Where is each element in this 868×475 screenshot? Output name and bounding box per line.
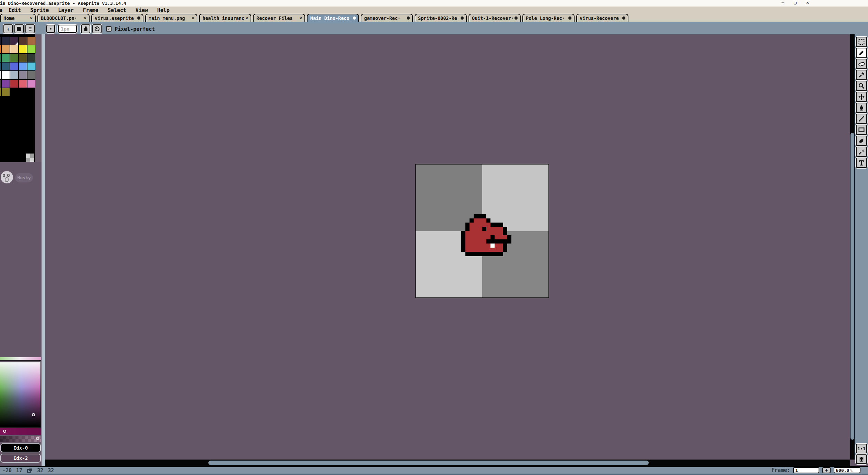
pencil-tool-button[interactable] bbox=[856, 48, 867, 58]
rectangle-tool-button[interactable] bbox=[856, 125, 867, 135]
saturation-value-picker[interactable] bbox=[0, 362, 41, 428]
palette-swatch[interactable] bbox=[0, 71, 1, 79]
menu-item-select[interactable]: Select bbox=[108, 7, 126, 13]
horizontal-scrollbar-thumb[interactable] bbox=[208, 461, 649, 465]
pixel-perfect-checkbox[interactable]: ✓ bbox=[106, 26, 112, 32]
tab-sprite-0002-recovered[interactable]: Sprite-0002-Re bbox=[415, 14, 467, 22]
husky-extension-icon[interactable] bbox=[1, 171, 13, 183]
tab-close-icon[interactable]: × bbox=[245, 15, 248, 21]
add-frame-button[interactable]: + bbox=[822, 467, 831, 473]
palette-swatch[interactable] bbox=[2, 54, 10, 62]
palette-scrollbar[interactable] bbox=[35, 34, 42, 162]
tab-health-insurance[interactable]: health insuranc× bbox=[199, 14, 251, 22]
tab-close-icon[interactable]: × bbox=[30, 15, 33, 21]
restore-button[interactable]: ▢ bbox=[790, 0, 800, 6]
palette-swatch[interactable] bbox=[10, 63, 18, 70]
hue-slider-marker[interactable] bbox=[3, 430, 6, 433]
tab-close-icon[interactable]: × bbox=[84, 15, 86, 21]
brush-size-input[interactable]: 1px bbox=[58, 25, 77, 33]
palette-swatch[interactable] bbox=[2, 45, 10, 53]
palette-swatch[interactable] bbox=[19, 45, 27, 53]
horizontal-scrollbar[interactable] bbox=[45, 460, 850, 466]
transparent-color-swatch[interactable] bbox=[26, 154, 34, 162]
palette-swatch[interactable] bbox=[27, 80, 35, 88]
tab-bloodclot-png[interactable]: BLOODCLOT.pn·× bbox=[37, 14, 90, 22]
zoom-tool-button[interactable] bbox=[856, 81, 867, 91]
palette-swatch[interactable] bbox=[27, 45, 35, 53]
palette-swatch[interactable] bbox=[19, 63, 27, 70]
palette-swatch[interactable] bbox=[0, 45, 1, 53]
sv-picker-marker[interactable] bbox=[32, 413, 35, 416]
palette-swatch[interactable] bbox=[2, 63, 10, 70]
vertical-scrollbar[interactable] bbox=[850, 34, 855, 460]
ink-button[interactable] bbox=[81, 24, 90, 33]
tab-home[interactable]: Home× bbox=[0, 14, 36, 22]
tab-quit-1-recovered[interactable]: Quit-1-Recover· bbox=[468, 14, 521, 22]
dynamics-button[interactable] bbox=[92, 24, 102, 33]
palette-swatch[interactable] bbox=[0, 80, 1, 88]
menu-item-sprite[interactable]: Sprite bbox=[30, 7, 49, 13]
palette-menu-button[interactable]: ≡ bbox=[25, 24, 35, 33]
timeline-toggle-button[interactable] bbox=[856, 454, 867, 464]
tab-pole-long-recovered[interactable]: Pole Long-Rec· bbox=[522, 14, 575, 22]
vertical-scrollbar-thumb[interactable] bbox=[850, 133, 854, 440]
tab-close-icon[interactable]: × bbox=[192, 15, 194, 21]
minimize-button[interactable]: – bbox=[778, 0, 788, 6]
tab-gameover-recovered[interactable]: gameover-Rec· bbox=[361, 14, 413, 22]
palette-swatch[interactable] bbox=[19, 71, 27, 79]
palette-swatch[interactable] bbox=[27, 37, 35, 45]
palette-swatch[interactable] bbox=[19, 37, 27, 45]
hue-slider[interactable] bbox=[0, 428, 41, 435]
zoom-level-input[interactable]: 600.0 % bbox=[834, 467, 860, 473]
tab-close-icon[interactable]: × bbox=[299, 15, 302, 21]
menu-item-help[interactable]: Help bbox=[157, 7, 170, 13]
spectrum-strip[interactable] bbox=[0, 357, 41, 361]
menu-item-layer[interactable]: Layer bbox=[58, 7, 73, 13]
panel-splitter[interactable] bbox=[42, 34, 45, 466]
palette-swatch[interactable] bbox=[0, 88, 1, 96]
close-button[interactable]: ✕ bbox=[802, 0, 813, 6]
sprite-canvas[interactable] bbox=[415, 164, 549, 298]
paint-bucket-tool-button[interactable] bbox=[856, 103, 867, 113]
foreground-color-button[interactable]: Idx-0 bbox=[0, 443, 41, 452]
alpha-slider-marker[interactable] bbox=[36, 437, 39, 440]
husky-badge[interactable]: Husky bbox=[15, 173, 33, 182]
alpha-slider[interactable] bbox=[0, 436, 41, 442]
palette-swatch[interactable] bbox=[19, 80, 27, 88]
tab-main-dino-recovered[interactable]: Main Dino-Reco bbox=[307, 14, 359, 22]
palette-swatch[interactable] bbox=[10, 80, 18, 88]
palette-swatch[interactable] bbox=[2, 80, 10, 88]
menu-item-file[interactable]: e bbox=[0, 7, 2, 13]
line-tool-button[interactable] bbox=[856, 114, 867, 124]
move-tool-button[interactable] bbox=[856, 92, 867, 102]
palette-swatch[interactable] bbox=[19, 54, 27, 62]
menu-item-view[interactable]: View bbox=[136, 7, 148, 13]
rectangular-marquee-tool-button[interactable] bbox=[856, 37, 867, 47]
palette-swatch[interactable] bbox=[0, 54, 1, 62]
palette-sort-button[interactable]: ↓ bbox=[3, 24, 13, 33]
tab-recover-files[interactable]: Recover Files× bbox=[253, 14, 305, 22]
palette-swatch[interactable] bbox=[27, 63, 35, 70]
palette-swatch[interactable] bbox=[2, 88, 10, 96]
menu-item-edit[interactable]: Edit bbox=[9, 7, 21, 13]
palette-swatch[interactable] bbox=[0, 63, 1, 70]
palette-swatch[interactable] bbox=[0, 37, 1, 45]
text-tool-button[interactable] bbox=[856, 158, 867, 168]
palette-swatch[interactable] bbox=[27, 71, 35, 79]
palette-swatch[interactable] bbox=[2, 71, 10, 79]
eyedropper-tool-button[interactable] bbox=[856, 70, 867, 80]
palette-swatch[interactable] bbox=[10, 71, 18, 79]
eraser-tool-button[interactable] bbox=[856, 59, 867, 69]
zoom-1-1-button[interactable]: 1:1 bbox=[856, 444, 867, 453]
palette-swatch[interactable] bbox=[10, 37, 18, 45]
tab-main-menu-png[interactable]: main menu.png× bbox=[145, 14, 197, 22]
palette-presets-button[interactable] bbox=[14, 24, 24, 33]
tab-virus-recovered[interactable]: virus-Recovere bbox=[576, 14, 628, 22]
tab-virus-aseprite[interactable]: virus.aseprite bbox=[91, 14, 143, 22]
spray-tool-button[interactable] bbox=[856, 147, 867, 157]
contour-tool-button[interactable] bbox=[856, 136, 867, 146]
palette-swatch[interactable] bbox=[2, 37, 10, 45]
palette-swatch[interactable] bbox=[10, 54, 18, 62]
brush-type-button[interactable] bbox=[46, 25, 55, 33]
frame-number-input[interactable]: 1 bbox=[793, 467, 819, 473]
